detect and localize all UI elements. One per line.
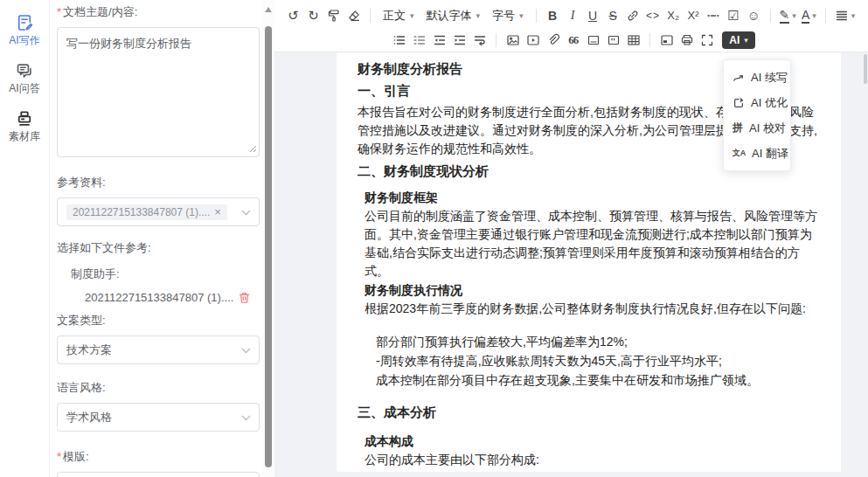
doc-subheading-execution: 财务制度执行情况 xyxy=(365,281,822,300)
doc-heading-cost: 三、成本分析 xyxy=(358,403,822,422)
insert-image-button[interactable] xyxy=(503,31,522,50)
doc-list-item: -周转效率有待提高,应收账款周转天数为45天,高于行业平均水平; xyxy=(376,351,822,370)
caret-down-icon: ▾ xyxy=(812,11,816,20)
fullscreen-button[interactable] xyxy=(698,31,716,50)
undo-button[interactable]: ↺ xyxy=(284,6,302,25)
doc-subheading-framework: 财务制度框架 xyxy=(365,189,822,207)
sidebar-item-material-library[interactable]: 素材库 xyxy=(0,110,49,144)
tag-close-icon[interactable]: × xyxy=(214,206,221,218)
print-button[interactable] xyxy=(677,31,696,50)
sidebar-item-ai-qa[interactable]: AI问答 xyxy=(0,62,49,96)
sidebar-item-label: 素材库 xyxy=(9,129,40,144)
font-size-select[interactable]: 字号▾ xyxy=(486,6,530,25)
link-button[interactable] xyxy=(624,6,642,25)
strikethrough-button[interactable]: S xyxy=(604,6,622,25)
blockquote-button[interactable]: 66 xyxy=(564,31,582,50)
menu-item-label: AI 校对 xyxy=(749,121,786,136)
menu-item-ai-translate[interactable]: 文A AI 翻译 xyxy=(724,141,790,166)
ai-dropdown-button[interactable]: AI▾ xyxy=(722,31,755,49)
chat-bubbles-icon xyxy=(16,62,33,80)
reference-tag: 2021122715133847807 (1).... × xyxy=(66,204,227,220)
attachment-button[interactable] xyxy=(544,31,562,50)
sidebar-item-label: AI写作 xyxy=(9,33,39,48)
emoji-button[interactable]: ☺ xyxy=(745,6,763,25)
template-label: *模版: xyxy=(57,449,260,465)
horizontal-rule-button[interactable] xyxy=(705,6,723,25)
caret-down-icon: ▾ xyxy=(476,11,481,20)
menu-item-ai-continue[interactable]: AI 续写 xyxy=(724,65,790,90)
scroll-up-arrow-icon[interactable] xyxy=(265,7,272,12)
sidebar-item-ai-writing[interactable]: AI写作 xyxy=(0,14,49,48)
ai-writing-form: *文档主题/内容: 写一份财务制度分析报告 参考资料: 202112271513… xyxy=(50,0,262,477)
editor-area: ↺ ↻ 正文▾ 默认字体▾ xyxy=(274,0,868,477)
bold-button[interactable]: B xyxy=(544,6,562,25)
required-marker: * xyxy=(57,450,61,463)
pip-layout-button[interactable] xyxy=(657,31,676,50)
underline-button[interactable]: U xyxy=(584,6,602,25)
outdent-button[interactable] xyxy=(430,31,448,50)
italic-button[interactable]: I xyxy=(564,6,582,25)
doc-type-value: 技术方案 xyxy=(66,342,112,358)
doc-paragraph: 根据2023年前三季度的财务数据,公司整体财务制度执行情况良好,但存在以下问题: xyxy=(365,300,822,318)
style-label: 语言风格: xyxy=(57,380,260,396)
doc-type-select[interactable]: 技术方案 xyxy=(57,335,260,364)
continue-writing-icon xyxy=(733,72,745,84)
doc-list-item: 成本控制在部分项目中存在超支现象,主要集中在研发和市场推广领域。 xyxy=(376,370,822,390)
superscript-button[interactable]: X² xyxy=(684,6,703,25)
toolbar-separator xyxy=(496,33,496,47)
font-family-select[interactable]: 默认字体▾ xyxy=(420,6,487,25)
resize-handle-icon[interactable] xyxy=(249,145,257,153)
proofread-icon: 拼 xyxy=(733,121,743,135)
inline-code-button[interactable]: <> xyxy=(644,6,663,25)
caret-down-icon: ▾ xyxy=(851,11,856,20)
task-list-button[interactable]: ☑ xyxy=(725,6,743,25)
app-window: AI写作 AI问答 素材库 xyxy=(0,0,868,477)
bullet-list-button[interactable] xyxy=(390,31,408,50)
pen-icon: ✎ xyxy=(780,8,790,24)
eraser-button[interactable] xyxy=(344,6,363,25)
file-section-label: 选择如下文件参考: xyxy=(57,240,260,256)
paragraph-style-select[interactable]: 正文▾ xyxy=(377,6,420,25)
style-select[interactable]: 学术风格 xyxy=(57,403,260,432)
caret-down-icon: ▾ xyxy=(519,11,524,20)
form-panel-scrollbar[interactable] xyxy=(262,0,274,477)
toolbar-separator xyxy=(770,9,771,23)
menu-item-ai-proofread[interactable]: 拼 AI 校对 xyxy=(724,115,790,141)
chevron-down-icon xyxy=(241,210,251,216)
menu-item-ai-optimize[interactable]: AI 优化 xyxy=(724,90,790,115)
divider-button[interactable] xyxy=(584,31,602,50)
insert-video-button[interactable] xyxy=(524,31,542,50)
editor-scrollbar-thumb[interactable] xyxy=(864,54,867,84)
doc-pen-icon xyxy=(16,14,33,31)
reference-select[interactable]: 2021122715133847807 (1).... × xyxy=(57,197,260,226)
template-select[interactable]: 通用模板 xyxy=(57,472,260,477)
style-value: 学术风格 xyxy=(66,410,112,425)
caret-down-icon: ▾ xyxy=(792,11,796,20)
topic-label: *文档主题/内容: xyxy=(57,4,260,20)
redo-button[interactable]: ↻ xyxy=(304,6,323,25)
doc-list-item: 部分部门预算执行偏差较大,平均偏差率为12%; xyxy=(376,332,822,351)
editor-canvas: 财务制度分析报告 一、引言 本报告旨在对公司的财务制度进行全面分析,包括财务制度… xyxy=(274,52,868,477)
scrollbar-thumb[interactable] xyxy=(265,26,272,467)
doc-type-label: 文案类型: xyxy=(57,313,260,328)
insert-table-button[interactable] xyxy=(624,31,642,50)
highlight-color-button[interactable]: ✎ ▾ xyxy=(778,6,798,25)
subscript-button[interactable]: X₂ xyxy=(664,6,683,25)
indent-button[interactable] xyxy=(450,31,469,50)
sidebar-item-label: AI问答 xyxy=(9,81,39,96)
topic-textarea[interactable]: 写一份财务制度分析报告 xyxy=(57,27,260,157)
font-color-button[interactable]: A ▾ xyxy=(800,6,818,25)
menu-item-label: AI 续写 xyxy=(751,70,788,86)
toolbar-separator xyxy=(536,9,537,23)
code-block-button[interactable] xyxy=(604,31,622,50)
toolbar-separator xyxy=(825,9,826,23)
trash-icon[interactable] xyxy=(238,291,251,304)
format-painter-button[interactable] xyxy=(324,6,343,25)
file-group-label: 制度助手: xyxy=(71,266,260,282)
ordered-list-button[interactable] xyxy=(410,31,428,50)
wrap-text-button[interactable] xyxy=(470,31,489,50)
toolbar-separator xyxy=(370,9,371,23)
toolbar-separator xyxy=(649,33,650,47)
library-icon xyxy=(16,110,33,128)
align-button[interactable]: ▾ xyxy=(833,6,858,25)
